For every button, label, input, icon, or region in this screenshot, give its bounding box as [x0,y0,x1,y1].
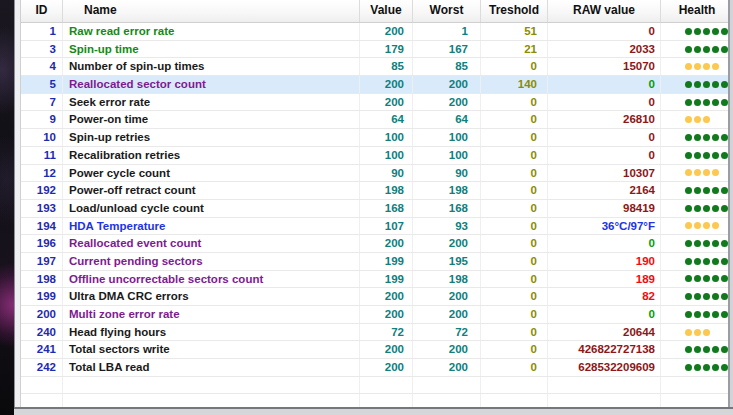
health-dot-icon [685,63,692,70]
column-header-id[interactable]: ID [21,0,63,22]
cell-id: 11 [21,147,63,164]
health-dot-icon [685,152,692,159]
cell-treshold: 140 [481,76,548,93]
table-row[interactable]: 240Head flying hours7272020644 [21,324,733,342]
table-row[interactable]: 5Reallocated sector count2002001400 [21,76,733,94]
cell-worst: 168 [413,200,481,217]
cell-id: 7 [21,94,63,111]
cell-raw-value: 0 [548,235,661,252]
cell-id: 4 [21,58,63,75]
health-dot-icon [703,293,710,300]
column-header-health[interactable]: Health [661,0,733,22]
table-row[interactable]: 194HDA Temperature10793036°C/97°F [21,218,733,236]
column-header-raw-value[interactable]: RAW value [548,0,661,22]
health-dot-icon [712,205,719,212]
health-dot-icon [721,275,728,282]
table-row[interactable]: 192Power-off retract count19819802164 [21,182,733,200]
health-dot-icon [703,169,710,176]
table-row[interactable]: 4Number of spin-up times8585015070 [21,58,733,76]
table-row[interactable]: 12Power cycle count9090010307 [21,165,733,183]
table-row[interactable]: 198Offline uncorrectable sectors count19… [21,271,733,289]
cell-value: 85 [360,58,413,75]
cell-worst: 72 [413,324,481,341]
table-row[interactable]: 193Load/unload cycle count168168098419 [21,200,733,218]
cell-id: 199 [21,288,63,305]
health-dot-icon [712,187,719,194]
cell-worst: 64 [413,111,481,128]
table-row[interactable]: 10Spin-up retries10010000 [21,129,733,147]
cell-value: 100 [360,129,413,146]
column-header-worst[interactable]: Worst [413,0,481,22]
health-dot-icon [703,187,710,194]
cell-value: 200 [360,23,413,40]
health-dot-icon [694,258,701,265]
cell-value: 72 [360,324,413,341]
cell-health [661,129,733,146]
empty-cell [661,394,733,407]
table-row[interactable]: 3Spin-up time179167212033 [21,41,733,59]
health-dot-icon [703,81,710,88]
cell-health [661,200,733,217]
cell-treshold: 0 [481,359,548,376]
health-dot-icon [685,293,692,300]
empty-cell [548,394,661,407]
table-row[interactable]: 9Power-on time6464026810 [21,111,733,129]
cell-worst: 200 [413,306,481,323]
health-dot-icon [712,152,719,159]
cell-worst: 85 [413,58,481,75]
table-row[interactable]: 196Reallocated event count20020000 [21,235,733,253]
health-dot-icon [694,46,701,53]
cell-worst: 200 [413,359,481,376]
cell-id: 9 [21,111,63,128]
health-dot-icon [694,81,701,88]
health-dot-icon [703,240,710,247]
cell-health [661,23,733,40]
cell-value: 64 [360,111,413,128]
health-dot-icon [694,240,701,247]
health-dot-icon [685,258,692,265]
cell-raw-value: 2033 [548,41,661,58]
cell-value: 200 [360,341,413,358]
cell-raw-value: 0 [548,306,661,323]
cell-name: Spin-up time [63,41,360,58]
cell-name: Total LBA read [63,359,360,376]
column-header-value[interactable]: Value [360,0,413,22]
cell-raw-value: 26810 [548,111,661,128]
cell-name: Number of spin-up times [63,58,360,75]
empty-table-row [21,377,733,395]
health-dot-icon [703,205,710,212]
table-row[interactable]: 197Current pending sectors1991950190 [21,253,733,271]
column-header-name[interactable]: Name [63,0,360,22]
table-row[interactable]: 199Ultra DMA CRC errors200200082 [21,288,733,306]
cell-worst: 200 [413,94,481,111]
health-dot-icon [703,152,710,159]
table-row[interactable]: 7Seek error rate20020000 [21,94,733,112]
cell-value: 200 [360,306,413,323]
cell-name: Reallocated sector count [63,76,360,93]
table-row[interactable]: 11Recalibration retries10010000 [21,147,733,165]
cell-id: 198 [21,271,63,288]
health-dot-icon [712,81,719,88]
table-row[interactable]: 1Raw read error rate2001510 [21,23,733,41]
cell-name: Total sectors write [63,341,360,358]
cell-value: 200 [360,359,413,376]
cell-health [661,111,733,128]
health-dot-icon [694,63,701,70]
health-dot-icon [694,187,701,194]
health-dot-icon [712,28,719,35]
empty-cell [661,377,733,394]
table-row[interactable]: 241Total sectors write200200042682272713… [21,341,733,359]
cell-health [661,147,733,164]
empty-cell [481,394,548,407]
cell-value: 200 [360,288,413,305]
cell-value: 198 [360,182,413,199]
cell-id: 193 [21,200,63,217]
table-row[interactable]: 242Total LBA read2002000628532209609 [21,359,733,377]
cell-treshold: 0 [481,58,548,75]
cell-id: 1 [21,23,63,40]
table-row[interactable]: 200Multi zone error rate20020000 [21,306,733,324]
column-header-treshold[interactable]: Treshold [481,0,548,22]
health-dot-icon [694,205,701,212]
health-dot-icon [703,364,710,371]
cell-treshold: 0 [481,218,548,235]
